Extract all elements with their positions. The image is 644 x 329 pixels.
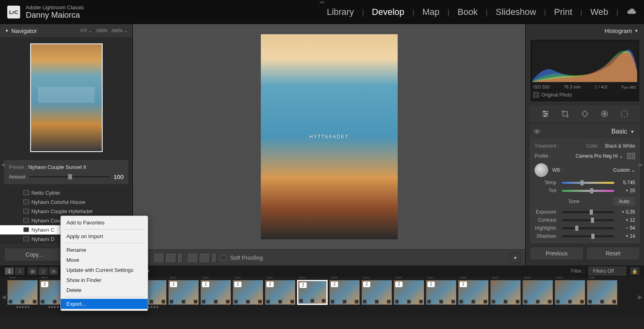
soft-proofing-checkbox[interactable] <box>221 255 226 261</box>
filmstrip-item[interactable]: 9372 <box>426 280 456 314</box>
treatment-color[interactable]: Color <box>586 143 598 149</box>
tone-label: Tone <box>535 196 613 207</box>
ctx-update-with-current-settings[interactable]: Update with Current Settings <box>61 265 148 275</box>
filmstrip-item[interactable]: 9382 <box>458 280 489 314</box>
tint-slider[interactable] <box>562 190 614 192</box>
panel-handle-icon[interactable] <box>319 1 325 3</box>
zoom-300[interactable]: 300% ⌄ <box>111 28 128 33</box>
filmstrip-item[interactable]: 9332 <box>297 280 328 314</box>
shadows-label: Shadows <box>535 233 559 239</box>
shadows-slider[interactable] <box>562 235 614 237</box>
previous-button[interactable]: Previous <box>530 247 584 260</box>
auto-button[interactable]: Auto <box>613 197 635 206</box>
ref-view-button-2[interactable] <box>199 253 210 263</box>
histogram-chart[interactable] <box>533 42 637 82</box>
basic-panel-header[interactable]: Basic▼ <box>530 125 640 138</box>
filmstrip-item[interactable]: 940 <box>522 280 553 314</box>
wb-value[interactable]: Custom ⌄ <box>613 167 635 173</box>
filmstrip-item[interactable]: 9352 <box>361 280 392 314</box>
ref-view-menu[interactable] <box>211 253 217 263</box>
filmstrip-item[interactable]: 924★★★★★ <box>7 280 38 314</box>
second-window-button[interactable]: 2 <box>15 267 24 275</box>
profile-label: Profile : <box>535 153 551 159</box>
module-library[interactable]: Library <box>327 7 354 17</box>
filmstrip-item[interactable]: 9342 <box>329 280 360 314</box>
highlights-slider[interactable] <box>562 227 614 229</box>
redeye-icon[interactable] <box>620 109 629 118</box>
wb-eyedropper-icon[interactable] <box>535 163 548 177</box>
right-panel-toggle-icon[interactable]: ▶ <box>639 161 643 168</box>
profile-browser-icon[interactable] <box>627 153 635 159</box>
toolbar-menu-button[interactable]: ▾ <box>510 253 520 263</box>
navigator-thumbnail[interactable] <box>0 38 132 158</box>
amount-slider[interactable] <box>29 176 109 177</box>
treatment-bw[interactable]: Black & White <box>605 143 635 149</box>
module-tabs: Library| Develop| Map| Book| Slideshow| … <box>327 7 637 17</box>
exposure-value[interactable]: + 0,35 <box>617 209 635 215</box>
edit-sliders-icon[interactable] <box>541 109 550 118</box>
module-develop[interactable]: Develop <box>372 7 405 17</box>
ref-view-button[interactable] <box>187 253 198 263</box>
temp-value[interactable]: 5.745 <box>617 180 635 185</box>
ctx-export-[interactable]: Export... <box>61 299 148 309</box>
original-photo-checkbox[interactable] <box>533 92 539 98</box>
filmstrip-item[interactable]: 9312 <box>233 280 263 314</box>
ctx-add-to-favorites[interactable]: Add to Favorites <box>61 218 148 228</box>
right-panel: Histogram▼ ISO 320 76.3 mm ƒ / 4,0 ¹⁄₁₂₅… <box>525 24 644 265</box>
grid-view-icon[interactable]: ▦ <box>28 267 37 275</box>
contrast-slider[interactable] <box>562 219 614 221</box>
copy-button[interactable]: Copy... <box>4 248 65 261</box>
preset-item[interactable]: Nyhavn Couple Hyttefadet <box>0 207 132 216</box>
reset-button[interactable]: Reset <box>586 247 640 260</box>
before-after-tb-button[interactable] <box>165 253 176 263</box>
preset-item[interactable]: Nyhavn Colorful House <box>0 197 132 207</box>
preset-item[interactable]: Netto Cykler <box>0 188 132 197</box>
filmstrip-item[interactable]: 9322 <box>265 280 295 314</box>
profile-value[interactable]: Camera Pro Neg Hi ⌄ <box>576 153 623 159</box>
shadows-value[interactable]: + 14 <box>617 233 635 239</box>
module-print[interactable]: Print <box>554 7 572 17</box>
histogram-box: ISO 320 76.3 mm ƒ / 4,0 ¹⁄₁₂₅ sec Origin… <box>530 39 640 102</box>
svg-point-8 <box>603 113 606 115</box>
left-panel-toggle-icon[interactable]: ◀ <box>1 161 5 168</box>
temp-slider[interactable] <box>562 182 614 184</box>
histogram-header[interactable]: Histogram▼ <box>526 24 644 37</box>
ctx-apply-on-import[interactable]: Apply on Import <box>61 231 148 241</box>
exposure-slider[interactable] <box>562 211 614 213</box>
filmstrip-item[interactable]: 9362 <box>394 280 424 314</box>
module-map[interactable]: Map <box>422 7 440 17</box>
filmstrip-item[interactable]: 941 <box>555 280 585 314</box>
healing-icon[interactable] <box>580 109 589 118</box>
main-window-button[interactable]: 1 <box>5 267 14 275</box>
filmstrip-next-icon[interactable]: ▶ <box>638 294 642 300</box>
navigator-header[interactable]: ▼ Navigator FIT ⌄ 100% 300% ⌄ <box>0 24 132 38</box>
eye-icon[interactable] <box>534 129 540 134</box>
ctx-delete[interactable]: Delete <box>61 285 148 295</box>
module-slideshow[interactable]: Slideshow <box>496 7 536 17</box>
compare-view-icon[interactable]: ◫ <box>39 267 47 275</box>
module-web[interactable]: Web <box>590 7 608 17</box>
highlights-value[interactable]: − 54 <box>617 225 635 231</box>
filmstrip-prev-icon[interactable]: ◀ <box>2 294 6 300</box>
before-after-lr-button[interactable] <box>153 253 164 263</box>
mask-icon[interactable] <box>600 109 609 118</box>
zoom-100[interactable]: 100% <box>96 28 107 33</box>
survey-view-icon[interactable]: ▤ <box>49 267 58 275</box>
module-book[interactable]: Book <box>458 7 478 17</box>
ctx-rename[interactable]: Rename <box>61 245 148 255</box>
filter-select[interactable]: Filters Off <box>588 267 626 276</box>
ctx-move[interactable]: Move <box>61 255 148 265</box>
tint-value[interactable]: + 20 <box>617 188 635 193</box>
cloud-sync-icon[interactable] <box>626 7 637 17</box>
ctx-show-in-finder[interactable]: Show in Finder <box>61 275 148 285</box>
before-after-menu[interactable] <box>177 253 183 263</box>
filmstrip-item[interactable]: 9292 <box>168 280 199 314</box>
crop-icon[interactable] <box>561 109 570 118</box>
contrast-value[interactable]: + 12 <box>617 217 635 223</box>
zoom-fit[interactable]: FIT ⌄ <box>80 28 92 33</box>
filter-lock-icon[interactable]: 🔒 <box>630 267 639 275</box>
filmstrip-item[interactable]: 942 <box>587 280 617 314</box>
photo-canvas[interactable]: HYTTEFADET <box>133 24 525 249</box>
filmstrip-item[interactable]: 9302 <box>200 280 231 314</box>
filmstrip-item[interactable]: 939 <box>490 280 521 314</box>
